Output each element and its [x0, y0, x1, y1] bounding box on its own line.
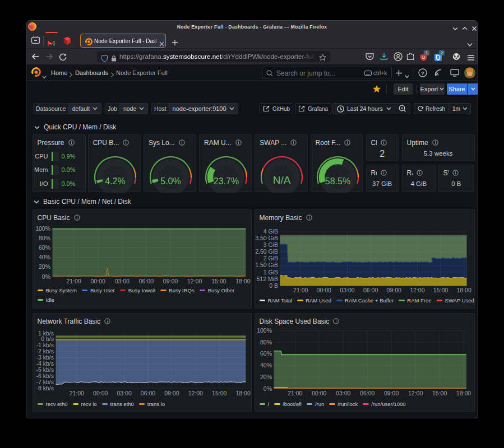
svg-text:?: ?: [421, 70, 424, 76]
svg-text:U: U: [422, 55, 425, 59]
